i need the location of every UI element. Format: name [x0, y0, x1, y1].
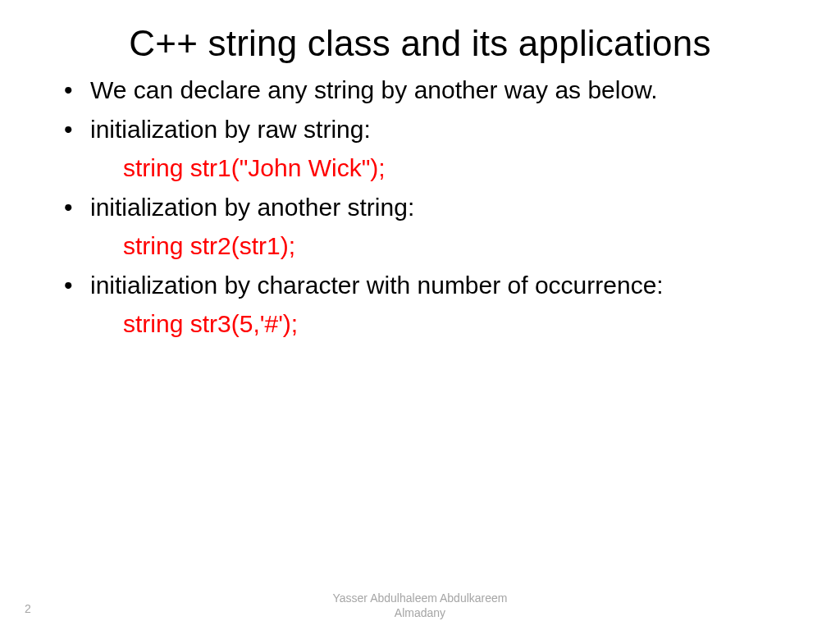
- footer-author: Yasser Abdulhaleem Abdulkareem Almadany: [0, 591, 840, 620]
- bullet-item: initialization by another string:: [57, 189, 783, 226]
- bullet-list: We can declare any string by another way…: [57, 72, 783, 147]
- bullet-item: We can declare any string by another way…: [57, 72, 783, 108]
- code-line: string str2(str1);: [57, 228, 783, 264]
- code-line: string str3(5,'#');: [57, 306, 783, 342]
- author-line: Yasser Abdulhaleem Abdulkareem: [0, 591, 840, 606]
- code-line: string str1("John Wick");: [57, 150, 783, 186]
- bullet-item: initialization by raw string:: [57, 112, 783, 148]
- slide: C++ string class and its applications We…: [0, 0, 840, 630]
- author-line: Almadany: [0, 606, 840, 621]
- bullet-item: initialization by character with number …: [57, 267, 783, 304]
- slide-body: We can declare any string by another way…: [57, 72, 783, 342]
- bullet-list: initialization by another string:: [57, 189, 783, 226]
- bullet-list: initialization by character with number …: [57, 267, 783, 304]
- slide-title: C++ string class and its applications: [57, 23, 783, 64]
